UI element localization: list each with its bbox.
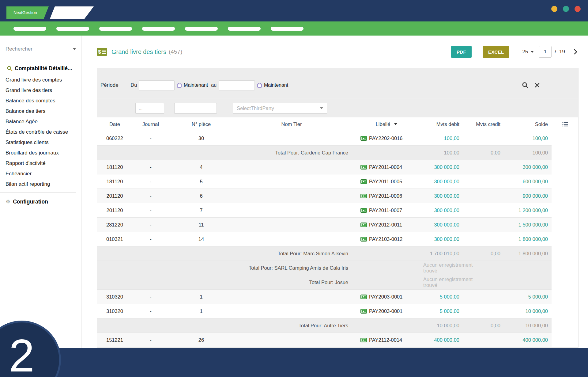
col-header-debit[interactable]: Mvts debit <box>423 117 463 131</box>
col-header-date[interactable]: Date <box>97 117 132 131</box>
table-row[interactable]: 281220-11PAY2012-0011300 000,001 500 000… <box>97 218 552 232</box>
table-row[interactable]: 201120-6PAY2011-0006300 000,00900 000,00 <box>97 189 552 203</box>
total-solde: 100,00 <box>504 146 552 160</box>
column-list-icon[interactable] <box>562 122 568 127</box>
col-header-credit[interactable]: Mvts credit <box>463 117 504 131</box>
report-toolbar: $ Grand livre des tiers (457) PDF EXCEL … <box>97 46 579 58</box>
sidebar-item[interactable]: Brouillard des journaux <box>0 148 81 158</box>
table-row[interactable]: 181120-4PAY2011-0004300 000,00300 000,00 <box>97 160 552 174</box>
sidebar-item[interactable]: Grand livre des comptes <box>0 75 81 85</box>
pdf-button[interactable]: PDF <box>451 46 472 58</box>
page-separator: / <box>555 49 556 55</box>
sidebar-item[interactable]: Balance des comptes <box>0 96 81 106</box>
cell-piece: 30 <box>169 131 233 145</box>
table-row[interactable]: 181120-5PAY2011-0005300 000,00600 000,00 <box>97 174 552 189</box>
table-row[interactable]: 310320-1PAY2003-00015 000,0010 000,00 <box>97 304 552 318</box>
third-party-select[interactable]: SelectThirdParty <box>233 103 327 114</box>
sidebar-search-select[interactable]: Rechercher <box>6 46 76 56</box>
total-spacer <box>350 146 423 160</box>
page-number-input[interactable] <box>539 46 552 58</box>
chevron-down-icon <box>531 51 534 53</box>
libelle-text: PAY2011-0005 <box>369 179 402 185</box>
cell-solde: 10 000,00 <box>504 304 552 318</box>
total-credit: 0,00 <box>463 318 504 333</box>
window-dot[interactable] <box>551 6 557 12</box>
sidebar-item-configuration[interactable]: ⚙ Configuration <box>0 196 81 207</box>
ledger-icon: $ <box>97 48 107 56</box>
nav-item-placeholder[interactable] <box>56 27 89 31</box>
cell-date: 181120 <box>97 160 132 174</box>
journal-filter-input[interactable] <box>174 103 217 114</box>
table-row[interactable]: 310320-1PAY2003-00015 000,005 000,00 <box>97 290 552 304</box>
table-row[interactable]: 060222-30PAY2202-0016100,00100,00 <box>97 131 552 146</box>
sidebar-item[interactable]: Balance Agée <box>0 116 81 127</box>
sidebar-item[interactable]: Bilan actif reporting <box>0 179 81 189</box>
calendar-icon[interactable] <box>257 83 262 88</box>
cell-debit: 300 000,00 <box>423 218 463 232</box>
col-header-piece[interactable]: N° pièce <box>169 117 233 131</box>
table-body: 060222-30PAY2202-0016100,00100,00Total P… <box>97 131 578 347</box>
cell-date: 060222 <box>97 131 132 145</box>
page-size-select[interactable]: 25 <box>522 49 534 55</box>
nav-item-placeholder[interactable] <box>271 27 303 31</box>
cell-libelle: PAY2011-0006 <box>350 189 423 203</box>
nav-item-placeholder[interactable] <box>142 27 175 31</box>
nav-item-placeholder[interactable] <box>13 27 46 31</box>
empty-message: Aucun enregistrement trouvé <box>423 261 504 275</box>
cell-credit <box>463 189 504 203</box>
date-from-input[interactable] <box>139 80 175 90</box>
banknote-icon <box>360 136 367 141</box>
total-credit: 0,00 <box>463 146 504 160</box>
table-total-row: Total Pour: JosueAucun enregistrement tr… <box>97 275 552 290</box>
cell-nom-tier <box>233 333 350 347</box>
sidebar-item[interactable]: États de contrôle de caisse <box>0 127 81 137</box>
brand-tab[interactable]: NextGestion <box>6 6 49 19</box>
col-header-nom-tier[interactable]: Nom Tier <box>233 117 350 131</box>
total-debit: 1 700 010,00 <box>423 246 463 261</box>
cell-piece: 1 <box>169 290 233 304</box>
sidebar-item[interactable]: Echéancier <box>0 169 81 179</box>
nav-item-placeholder[interactable] <box>185 27 218 31</box>
cell-piece: 6 <box>169 189 233 203</box>
sidebar-item[interactable]: Grand livre des tiers <box>0 85 81 96</box>
cell-solde: 5 000,00 <box>504 290 552 304</box>
cell-debit: 300 000,00 <box>423 160 463 174</box>
period-filter-row: Période Du Maintenant au <box>97 73 578 98</box>
libelle-text: PAY2103-0012 <box>369 236 402 242</box>
sidebar-item[interactable]: Balance des tiers <box>0 106 81 116</box>
total-spacer <box>350 275 423 289</box>
sidebar-item[interactable]: Statistiques clients <box>0 137 81 148</box>
window-dots <box>551 6 581 12</box>
table-row[interactable]: 201120-7PAY2011-0007300 000,001 200 000,… <box>97 203 552 218</box>
calendar-icon[interactable] <box>177 83 182 88</box>
clear-filters-icon[interactable] <box>534 82 540 88</box>
date-to-input[interactable] <box>219 80 255 90</box>
total-solde: 1 800 000,00 <box>504 246 552 261</box>
redacted-tab[interactable] <box>50 6 94 19</box>
table-row[interactable]: 151221-26PAY2112-0014400 000,00400 000,0… <box>97 333 552 347</box>
piece-filter-input[interactable] <box>135 103 164 114</box>
window-dot[interactable] <box>575 6 581 12</box>
table-row[interactable]: 010321-14PAY2103-0012300 000,001 800 000… <box>97 232 552 246</box>
cell-nom-tier <box>233 304 350 318</box>
libelle-text: PAY2202-0016 <box>369 135 402 141</box>
col-header-journal[interactable]: Journal <box>132 117 169 131</box>
cell-libelle: PAY2012-0011 <box>350 218 423 232</box>
col-header-libelle[interactable]: Libellé <box>350 117 423 131</box>
col-header-solde[interactable]: Solde <box>504 117 552 131</box>
table-total-row: Total Pour: Garderie Cap France100,000,0… <box>97 146 552 160</box>
report-panel: Période Du Maintenant au <box>97 68 579 348</box>
cell-date: 010321 <box>97 232 132 246</box>
cell-date: 310320 <box>97 304 132 318</box>
cell-piece: 5 <box>169 174 233 188</box>
cell-date: 181120 <box>97 174 132 188</box>
window-dot[interactable] <box>563 6 569 12</box>
sidebar-item[interactable]: Rapport d'activité <box>0 158 81 169</box>
excel-button[interactable]: EXCEL <box>483 46 510 58</box>
sort-caret-icon <box>394 123 397 125</box>
search-icon[interactable] <box>522 82 529 89</box>
nav-item-placeholder[interactable] <box>99 27 132 31</box>
next-page-button[interactable] <box>572 49 579 55</box>
page-size-value: 25 <box>522 49 528 55</box>
nav-item-placeholder[interactable] <box>228 27 261 31</box>
